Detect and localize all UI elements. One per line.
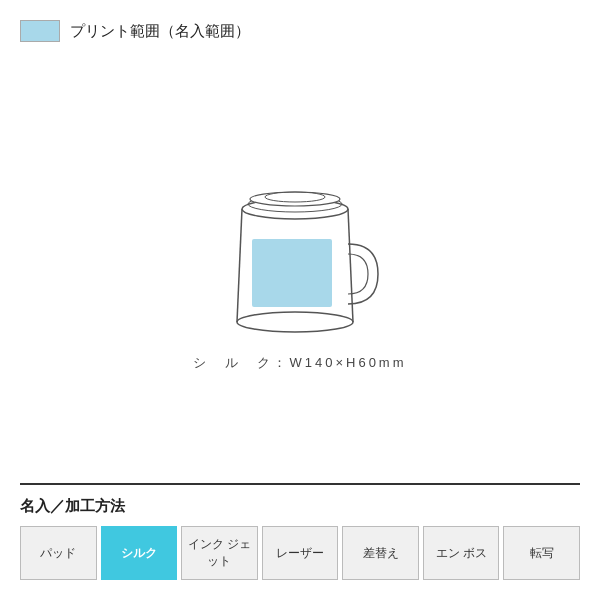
method-buttons: パッドシルクインク ジェットレーザー差替えエン ボス転写 [20,526,580,580]
svg-rect-7 [252,239,332,307]
method-title: 名入／加工方法 [20,497,580,516]
mug-area: シ ル ク：W140×H60mm [20,52,580,483]
method-btn-4[interactable]: 差替え [342,526,419,580]
mug-illustration [200,164,400,344]
svg-line-2 [348,209,353,322]
method-section: 名入／加工方法 パッドシルクインク ジェットレーザー差替えエン ボス転写 [20,483,580,580]
page: プリント範囲（名入範囲） [0,0,600,600]
method-btn-3[interactable]: レーザー [262,526,339,580]
svg-point-0 [237,312,353,332]
method-btn-2[interactable]: インク ジェット [181,526,258,580]
svg-point-5 [250,192,340,206]
svg-line-1 [237,209,242,322]
legend: プリント範囲（名入範囲） [20,20,580,42]
legend-color-box [20,20,60,42]
mug-svg [200,164,400,344]
method-btn-5[interactable]: エン ボス [423,526,500,580]
method-btn-1[interactable]: シルク [101,526,178,580]
method-btn-0[interactable]: パッド [20,526,97,580]
method-btn-6[interactable]: 転写 [503,526,580,580]
legend-label: プリント範囲（名入範囲） [70,22,250,41]
print-spec-label: シ ル ク：W140×H60mm [193,354,406,372]
